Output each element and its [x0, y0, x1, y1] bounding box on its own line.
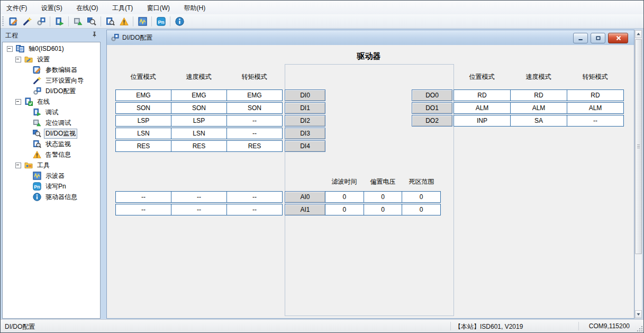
di-cell[interactable]: EMG: [116, 90, 171, 101]
ai-mode-cell[interactable]: --: [226, 204, 282, 215]
sidebar-item-status-monitor[interactable]: 状态监视: [3, 139, 100, 149]
status-station: 【本站】ISD601, V2019: [455, 322, 523, 331]
sidebar-item-wizard[interactable]: 三环设置向导: [3, 75, 100, 86]
ai-header-offset-voltage: 偏置电压: [364, 177, 402, 186]
debug-icon: [55, 17, 64, 26]
sidebar-item-online[interactable]: 在线: [3, 96, 100, 107]
info-button[interactable]: [173, 15, 186, 28]
debug-button[interactable]: [53, 15, 66, 28]
do-cell[interactable]: RD: [510, 90, 567, 101]
ai-mode-cell[interactable]: --: [116, 204, 171, 215]
pin-icon[interactable]: [91, 31, 98, 38]
ai-mode-cell[interactable]: --: [226, 192, 282, 202]
menu-tools[interactable]: 工具(T): [106, 1, 139, 14]
scroll-up-button[interactable]: [635, 30, 642, 38]
ai-value-cell[interactable]: 0: [364, 204, 402, 215]
do-cell[interactable]: SA: [510, 115, 567, 126]
close-button[interactable]: [608, 33, 628, 43]
sidebar-item-dido-config[interactable]: DI/DO配置: [3, 86, 100, 96]
scrollbar-thumb[interactable]: [635, 39, 642, 254]
di-cell[interactable]: RES: [171, 141, 226, 151]
ai-value-cell[interactable]: 0: [325, 192, 364, 202]
di-cell[interactable]: RES: [116, 141, 171, 151]
ai-value-cell[interactable]: 0: [364, 192, 402, 202]
dido-config-button[interactable]: [34, 15, 47, 28]
status-active-view: DI/DO配置: [5, 322, 35, 331]
do-cell[interactable]: RD: [567, 90, 623, 101]
pn-icon: Pn: [157, 17, 166, 26]
ai-value-cell[interactable]: 0: [402, 204, 440, 215]
sidebar-item-oscilloscope[interactable]: 示波器: [3, 170, 100, 181]
sidebar-item-driver-info[interactable]: 驱动器信息: [3, 192, 100, 202]
di-cell[interactable]: LSP: [171, 115, 226, 126]
menu-window[interactable]: 窗口(W): [141, 1, 176, 14]
sidebar-item-positioning-debug[interactable]: 定位调试: [3, 118, 100, 128]
param-editor-icon: [33, 66, 41, 74]
sidebar-item-alarm-info[interactable]: 告警信息: [3, 149, 100, 160]
do-cell[interactable]: INP: [454, 115, 510, 126]
ai-mode-cell[interactable]: --: [116, 192, 171, 202]
do-cell[interactable]: ALM: [454, 103, 510, 113]
menu-bar: 文件(F) 设置(S) 在线(O) 工具(T) 窗口(W) 帮助(H): [1, 1, 643, 15]
sidebar-item-tools[interactable]: 工具: [3, 160, 100, 170]
resize-grip[interactable]: [636, 325, 642, 331]
di-cell[interactable]: SON: [226, 103, 282, 113]
collapse-icon[interactable]: [15, 57, 21, 62]
sidebar-item-read-write-pn[interactable]: Pn读写Pn: [3, 181, 100, 192]
tools-folder-icon: [24, 161, 33, 169]
di-cell[interactable]: LSN: [116, 128, 171, 139]
ai-value-cell[interactable]: 0: [325, 204, 364, 215]
wizard-button[interactable]: [21, 15, 33, 28]
menu-help[interactable]: 帮助(H): [178, 1, 212, 14]
ai-mode-cell[interactable]: --: [171, 192, 226, 202]
sidebar-item-param-editor[interactable]: 参数编辑器: [3, 65, 100, 75]
do-cell[interactable]: ALM: [567, 103, 623, 113]
di-cell[interactable]: SON: [171, 103, 226, 113]
menu-online[interactable]: 在线(O): [70, 1, 104, 14]
sidebar-item-axis0[interactable]: 轴0(ISD601): [3, 43, 100, 54]
menu-settings[interactable]: 设置(S): [35, 1, 68, 14]
dido-monitor-icon: [33, 129, 41, 138]
param-editor-button[interactable]: [7, 15, 20, 28]
status-com-port: COM9,115200: [589, 322, 630, 330]
do-port-label: DO0: [412, 89, 452, 101]
sidebar-item-debug[interactable]: 调试: [3, 107, 100, 118]
vertical-scrollbar[interactable]: [634, 30, 642, 319]
ai-mode-cell[interactable]: --: [171, 204, 226, 215]
pn-button[interactable]: Pn: [155, 15, 167, 28]
collapse-icon[interactable]: [7, 46, 13, 52]
settings-folder-icon: [24, 55, 33, 64]
menu-file[interactable]: 文件(F): [1, 1, 33, 14]
sidebar-item-settings[interactable]: 设置: [3, 54, 100, 65]
di-cell[interactable]: EMG: [226, 90, 282, 101]
positioning-debug-button[interactable]: [71, 15, 84, 28]
toolbar-separator: [133, 16, 133, 26]
di-port-label: DI1: [285, 102, 325, 114]
di-cell[interactable]: RES: [226, 141, 282, 151]
collapse-icon[interactable]: [15, 163, 21, 168]
ai-value-cell[interactable]: 0: [402, 192, 440, 202]
scroll-down-button[interactable]: [635, 310, 642, 318]
dido-monitor-button[interactable]: [85, 15, 98, 28]
do-row: RD RD RD: [453, 89, 624, 101]
oscilloscope-button[interactable]: [136, 15, 149, 28]
restore-button[interactable]: [591, 33, 605, 43]
do-row: INP SA --: [453, 115, 624, 127]
dido-config-content: 驱动器 位置模式 速度模式 转矩模式 EMG EMG EMG SON SON S…: [107, 45, 634, 318]
do-cell[interactable]: RD: [454, 90, 510, 101]
collapse-icon[interactable]: [15, 99, 21, 105]
warning-button[interactable]: [117, 15, 130, 28]
minimize-button[interactable]: [573, 33, 588, 43]
di-cell[interactable]: --: [226, 128, 282, 139]
di-cell[interactable]: LSP: [116, 115, 171, 126]
do-cell[interactable]: ALM: [510, 103, 567, 113]
di-cell[interactable]: EMG: [171, 90, 226, 101]
do-cell[interactable]: --: [567, 115, 623, 126]
di-cell[interactable]: SON: [116, 103, 171, 113]
sidebar-item-dido-monitor[interactable]: DI/DO监视: [3, 128, 100, 139]
di-cell[interactable]: LSN: [171, 128, 226, 139]
di-cell[interactable]: --: [226, 115, 282, 126]
toolbar-separator: [170, 16, 170, 26]
status-monitor-button[interactable]: [104, 15, 116, 28]
restore-icon: [595, 34, 602, 42]
